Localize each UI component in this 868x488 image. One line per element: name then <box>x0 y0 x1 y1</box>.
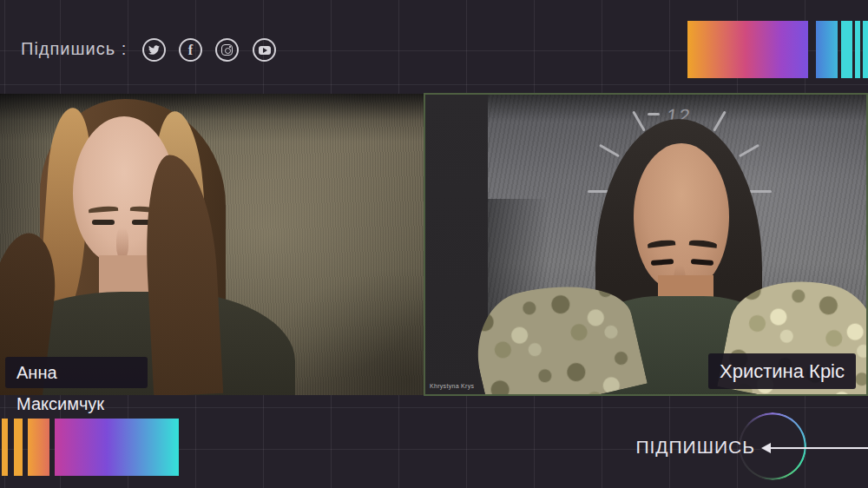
gradient-bar-bottom-left <box>55 419 179 476</box>
person-nose <box>116 228 128 259</box>
twitter-icon[interactable] <box>142 38 166 62</box>
gradient-stripe <box>863 21 868 78</box>
instagram-camera-glyph <box>221 44 233 56</box>
subscribe-label: Підпишись : <box>21 39 127 59</box>
video-feed-left <box>0 94 424 395</box>
grid-hline <box>0 84 868 85</box>
gradient-stripe <box>841 21 852 78</box>
gradient-stripe <box>855 21 860 78</box>
gradient-stripe <box>816 21 838 78</box>
youtube-icon[interactable] <box>253 38 276 62</box>
speaker-name-label-right: Христина Кріс <box>708 353 856 389</box>
gradient-stripe <box>14 419 23 476</box>
stream-frame: Підпишись : f 12 <box>0 0 868 488</box>
facebook-f-glyph: f <box>188 43 193 57</box>
subscribe-cta[interactable]: ПІДПИШИСЬ <box>635 437 755 458</box>
youtube-play-glyph <box>259 46 271 55</box>
speaker-name-label-left: Анна Максимчук <box>5 357 148 388</box>
clock-tick <box>648 113 660 115</box>
gradient-bar-top-right <box>687 21 808 78</box>
gradient-stripe <box>2 419 8 476</box>
instagram-icon[interactable] <box>215 38 239 62</box>
person-eye <box>92 220 115 225</box>
facebook-icon[interactable]: f <box>179 38 202 62</box>
gradient-stripe <box>28 419 49 476</box>
twitter-bird-glyph <box>148 44 160 56</box>
grid-hline <box>0 407 868 408</box>
clock-tick <box>749 190 772 193</box>
watermark: Khrystyna Krys <box>430 383 474 389</box>
arrow-left-icon <box>761 443 771 453</box>
arrow-line <box>769 447 868 449</box>
video-feed-right: 12 Khrystyna Krys <box>424 93 868 396</box>
